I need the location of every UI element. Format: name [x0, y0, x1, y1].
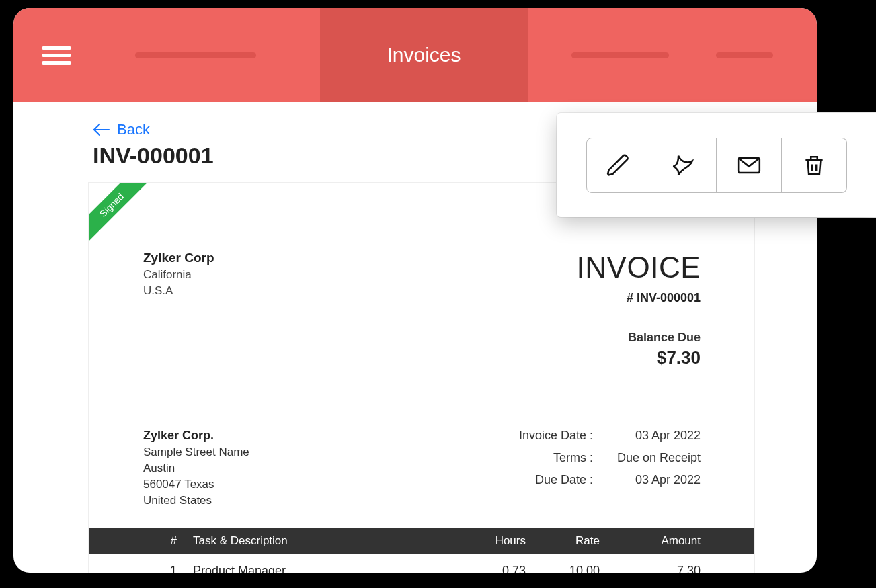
- row-amount: 7.30: [600, 564, 701, 573]
- tab-placeholder[interactable]: [571, 52, 669, 58]
- seller-country: U.S.A: [143, 284, 214, 298]
- trash-icon: [801, 153, 827, 178]
- tab-placeholder[interactable]: [716, 52, 773, 58]
- col-task-header: Task & Description: [177, 534, 459, 548]
- terms-label: Terms :: [492, 451, 593, 465]
- col-rate-header: Rate: [526, 534, 600, 548]
- pencil-icon: [606, 153, 631, 178]
- tab-right-zone: [528, 52, 818, 58]
- tab-invoices-label: Invoices: [387, 44, 461, 67]
- bill-to-block: Zylker Corp. Sample Street Name Austin 5…: [143, 429, 249, 507]
- app-window: Invoices Back INV-000001 Signed Zylker C…: [13, 8, 817, 573]
- row-task-name: Product Manager: [193, 564, 459, 573]
- col-number-header: #: [143, 534, 177, 548]
- col-amount-header: Amount: [600, 534, 701, 548]
- tab-invoices[interactable]: Invoices: [320, 8, 528, 102]
- invoice-title: INVOICE: [577, 251, 701, 284]
- balance-due-label: Balance Due: [577, 331, 701, 345]
- invoice-document: Signed Zylker Corp California U.S.A INVO…: [89, 183, 754, 573]
- bill-to-city: Austin: [143, 462, 249, 475]
- bill-to-street: Sample Street Name: [143, 446, 249, 459]
- invoice-date-label: Invoice Date :: [492, 429, 593, 443]
- mail-icon: [736, 153, 762, 178]
- balance-due-value: $7.30: [577, 347, 701, 368]
- invoice-hash-number: # INV-000001: [577, 291, 701, 305]
- due-date-label: Due Date :: [492, 473, 593, 487]
- tab-left-zone: [71, 52, 320, 58]
- edit-button[interactable]: [586, 138, 651, 193]
- tab-placeholder[interactable]: [135, 52, 256, 58]
- terms-value: Due on Receipt: [593, 451, 701, 465]
- invoice-heading-block: INVOICE # INV-000001 Balance Due $7.30: [577, 251, 701, 368]
- pdf-button[interactable]: [651, 138, 717, 193]
- arrow-left-icon: [93, 123, 110, 136]
- back-label: Back: [117, 121, 150, 138]
- bill-to-name: Zylker Corp.: [143, 429, 249, 443]
- row-rate: 10.00: [526, 564, 600, 573]
- delete-button[interactable]: [782, 138, 847, 193]
- row-task: Product Manager 15 Sep 2022 - 21 Sep 202…: [177, 564, 459, 573]
- row-number: 1: [143, 564, 177, 573]
- app-header: Invoices: [13, 8, 817, 102]
- line-items-header: # Task & Description Hours Rate Amount: [89, 528, 754, 554]
- seller-region: California: [143, 268, 214, 282]
- invoice-meta: Invoice Date : 03 Apr 2022 Terms : Due o…: [492, 429, 701, 507]
- seller-block: Zylker Corp California U.S.A: [143, 251, 214, 368]
- col-hours-header: Hours: [459, 534, 526, 548]
- bill-to-zip-state: 560047 Texas: [143, 478, 249, 491]
- bill-to-country: United States: [143, 494, 249, 507]
- table-row: 1 Product Manager 15 Sep 2022 - 21 Sep 2…: [89, 564, 754, 573]
- back-link[interactable]: Back: [93, 121, 150, 138]
- due-date-value: 03 Apr 2022: [593, 473, 701, 487]
- seller-name: Zylker Corp: [143, 251, 214, 265]
- action-toolbar: [557, 113, 876, 217]
- pdf-icon: [671, 153, 696, 178]
- invoice-date-value: 03 Apr 2022: [593, 429, 701, 443]
- row-hours: 0.73: [459, 564, 526, 573]
- hamburger-menu-icon[interactable]: [42, 42, 71, 69]
- mail-button[interactable]: [717, 138, 782, 193]
